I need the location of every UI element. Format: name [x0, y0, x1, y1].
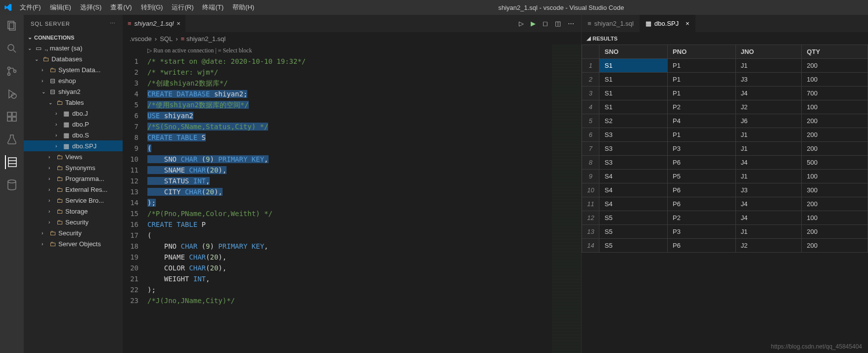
- database-icon[interactable]: [5, 178, 19, 192]
- table-cell[interactable]: 200: [802, 197, 868, 211]
- table-cell[interactable]: P5: [668, 170, 736, 183]
- table-row[interactable]: 6S3P1J1200: [582, 128, 868, 142]
- code-line[interactable]: (: [147, 143, 551, 154]
- column-header[interactable]: JNO: [735, 45, 802, 59]
- tree-item[interactable]: ›🗀Synonyms: [24, 162, 123, 173]
- table-cell[interactable]: J6: [735, 114, 802, 128]
- table-cell[interactable]: S5: [599, 225, 668, 239]
- menu-item[interactable]: 转到(G): [137, 1, 167, 14]
- column-header[interactable]: PNO: [668, 45, 736, 59]
- menu-item[interactable]: 帮助(H): [228, 1, 258, 14]
- table-cell[interactable]: P6: [668, 183, 736, 197]
- breadcrumb[interactable]: .vscode›SQL›≡ shiyan2_1.sql: [123, 32, 581, 45]
- table-cell[interactable]: S1: [599, 59, 668, 73]
- tree-item[interactable]: ›▦dbo.S: [24, 130, 123, 140]
- menu-item[interactable]: 文件(F): [16, 1, 45, 14]
- table-row[interactable]: 12S5P2J4100: [582, 211, 868, 225]
- tree-item[interactable]: ⌄⊟shiyan2: [24, 86, 123, 97]
- stop-icon[interactable]: ◻: [543, 20, 548, 27]
- table-cell[interactable]: J1: [735, 142, 802, 156]
- code-line[interactable]: USE shiyan2: [147, 110, 551, 121]
- code-line[interactable]: /* *start on @date: 2020-10-10 19:32*/: [147, 56, 551, 67]
- tree-item[interactable]: ›🗀System Data...: [24, 64, 123, 75]
- explorer-icon[interactable]: [5, 19, 19, 33]
- table-cell[interactable]: P1: [668, 73, 736, 87]
- code-line[interactable]: /* *writer: wjm*/: [147, 67, 551, 78]
- column-header[interactable]: SNO: [599, 45, 668, 59]
- play-icon[interactable]: ▶: [531, 20, 536, 27]
- minimap[interactable]: [551, 45, 581, 353]
- table-row[interactable]: 7S3P3J1200: [582, 142, 868, 156]
- search-icon[interactable]: [5, 42, 19, 55]
- tree-item[interactable]: ›🗀Views: [24, 151, 123, 162]
- table-cell[interactable]: S3: [599, 156, 668, 170]
- source-control-icon[interactable]: [5, 64, 19, 78]
- table-cell[interactable]: P1: [668, 128, 736, 142]
- table-cell[interactable]: J3: [735, 73, 802, 87]
- breadcrumb-item[interactable]: .vscode: [130, 35, 152, 43]
- code-line[interactable]: CITY CHAR(20),: [147, 186, 551, 197]
- table-cell[interactable]: S3: [599, 128, 668, 142]
- code-line[interactable]: );: [147, 197, 551, 208]
- table-cell[interactable]: J1: [735, 170, 802, 183]
- tree-item[interactable]: ›🗀Security: [24, 217, 123, 227]
- table-cell[interactable]: 200: [802, 142, 868, 156]
- table-cell[interactable]: J1: [735, 59, 802, 73]
- code-area[interactable]: ▷ Run on active connection | ≡ Select bl…: [147, 45, 551, 353]
- more-icon[interactable]: ⋯: [568, 20, 574, 27]
- table-row[interactable]: 8S3P6J4500: [582, 156, 868, 170]
- table-cell[interactable]: P3: [668, 142, 736, 156]
- table-cell[interactable]: J4: [735, 87, 802, 100]
- table-cell[interactable]: P1: [668, 59, 736, 73]
- breadcrumb-item[interactable]: SQL: [160, 35, 173, 43]
- table-cell[interactable]: J4: [735, 156, 802, 170]
- close-icon[interactable]: ×: [685, 20, 689, 27]
- table-row[interactable]: 1S1P1J1200: [582, 59, 868, 73]
- table-cell[interactable]: S1: [599, 73, 668, 87]
- connections-section[interactable]: ⌄ CONNECTIONS: [24, 32, 123, 43]
- result-tab[interactable]: ≡shiyan2_1.sql: [582, 15, 640, 32]
- tree-item[interactable]: ›🗀Server Objects: [24, 238, 123, 249]
- code-line[interactable]: );: [147, 284, 551, 295]
- table-cell[interactable]: 700: [802, 87, 868, 100]
- sql-server-icon[interactable]: [5, 155, 19, 169]
- table-row[interactable]: 4S1P2J2100: [582, 100, 868, 114]
- code-line[interactable]: (: [147, 230, 551, 241]
- table-cell[interactable]: J4: [735, 211, 802, 225]
- table-cell[interactable]: S1: [599, 87, 668, 100]
- table-row[interactable]: 9S4P5J1100: [582, 170, 868, 183]
- table-cell[interactable]: S1: [599, 100, 668, 114]
- table-row[interactable]: 13S5P3J1200: [582, 225, 868, 239]
- table-cell[interactable]: S5: [599, 239, 668, 253]
- table-cell[interactable]: J4: [735, 197, 802, 211]
- code-line[interactable]: SNO CHAR (9) PRIMARY KEY,: [147, 154, 551, 165]
- code-line[interactable]: WEIGHT INT,: [147, 273, 551, 284]
- table-cell[interactable]: 500: [802, 156, 868, 170]
- results-header[interactable]: ◢ RESULTS: [582, 32, 868, 44]
- table-cell[interactable]: P4: [668, 114, 736, 128]
- table-cell[interactable]: S2: [599, 114, 668, 128]
- menu-item[interactable]: 选择(S): [76, 1, 105, 14]
- table-cell[interactable]: 200: [802, 225, 868, 239]
- table-cell[interactable]: J3: [735, 183, 802, 197]
- close-icon[interactable]: ×: [177, 20, 181, 27]
- code-line[interactable]: PNO CHAR (9) PRIMARY KEY,: [147, 241, 551, 252]
- table-row[interactable]: 14S5P6J2200: [582, 239, 868, 253]
- tree-item[interactable]: ⌄▭., master (sa): [24, 43, 123, 53]
- tree-item[interactable]: ›🗀External Res...: [24, 184, 123, 195]
- split-icon[interactable]: ◫: [555, 20, 561, 27]
- extensions-icon[interactable]: [5, 110, 19, 124]
- code-line[interactable]: /*S(Sno,SName,Status,City) */: [147, 121, 551, 132]
- tree-item[interactable]: ›⊟eshop: [24, 75, 123, 86]
- table-cell[interactable]: S3: [599, 142, 668, 156]
- code-line[interactable]: CREATE DATABASE shiyan2;: [147, 88, 551, 99]
- table-cell[interactable]: J2: [735, 100, 802, 114]
- table-cell[interactable]: 300: [802, 183, 868, 197]
- code-line[interactable]: PNAME CHAR(20),: [147, 252, 551, 263]
- table-cell[interactable]: P3: [668, 225, 736, 239]
- codelens[interactable]: ▷ Run on active connection | ≡ Select bl…: [147, 45, 551, 56]
- tree-item[interactable]: ⌄🗀Tables: [24, 97, 123, 108]
- table-cell[interactable]: J1: [735, 128, 802, 142]
- table-row[interactable]: 5S2P4J6200: [582, 114, 868, 128]
- table-cell[interactable]: S4: [599, 170, 668, 183]
